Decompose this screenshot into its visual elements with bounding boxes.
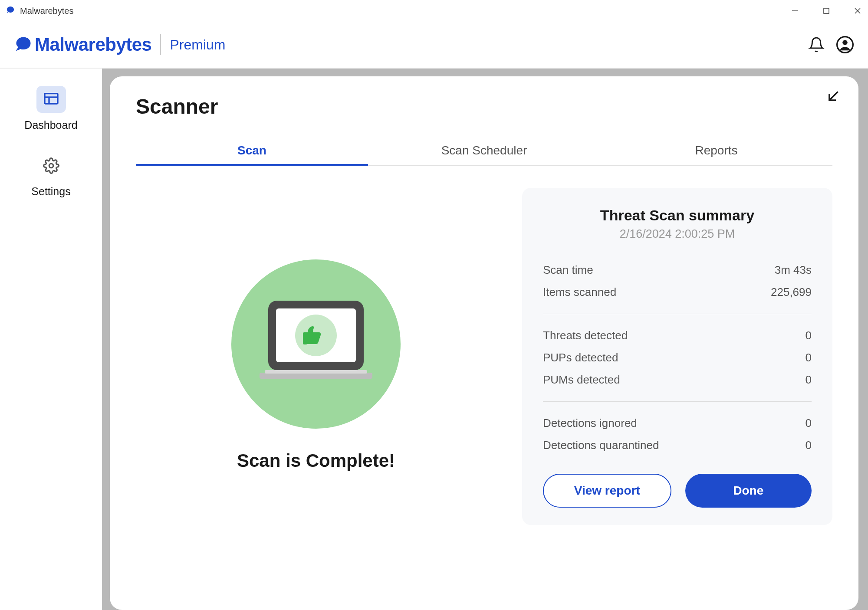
summary-value: 0 bbox=[806, 351, 812, 364]
svg-rect-13 bbox=[260, 373, 372, 379]
summary-section-1: Scan time3m 43sItems scanned225,699 bbox=[543, 259, 812, 303]
sidebar-item-label: Dashboard bbox=[24, 119, 77, 131]
summary-label: Items scanned bbox=[543, 285, 616, 299]
svg-rect-16 bbox=[303, 332, 307, 344]
summary-value: 225,699 bbox=[771, 285, 812, 299]
view-report-button[interactable]: View report bbox=[543, 474, 671, 508]
settings-icon bbox=[36, 152, 66, 179]
svg-rect-1 bbox=[824, 8, 829, 13]
summary-label: Scan time bbox=[543, 263, 593, 277]
collapse-button[interactable] bbox=[825, 89, 841, 106]
window-title: Malwarebytes bbox=[20, 6, 73, 16]
brand-icon bbox=[14, 35, 33, 54]
button-label: Done bbox=[733, 484, 763, 498]
summary-row: PUPs detected0 bbox=[543, 347, 812, 369]
summary-value: 0 bbox=[806, 439, 812, 452]
tab-scan[interactable]: Scan bbox=[136, 136, 368, 165]
scan-visual: Scan is Complete! bbox=[136, 188, 496, 525]
sidebar-item-label: Settings bbox=[31, 185, 70, 198]
summary-label: Detections quarantined bbox=[543, 439, 659, 452]
header: Malwarebytes Premium bbox=[0, 22, 868, 69]
sidebar-item-dashboard[interactable]: Dashboard bbox=[0, 86, 102, 131]
dashboard-icon bbox=[36, 86, 66, 113]
titlebar: Malwarebytes bbox=[0, 0, 868, 22]
summary-buttons: View report Done bbox=[543, 474, 812, 508]
summary-row: PUMs detected0 bbox=[543, 369, 812, 391]
summary-row: Threats detected0 bbox=[543, 325, 812, 347]
button-label: View report bbox=[574, 484, 640, 498]
content-wrap: Scanner Scan Scan Scheduler Reports bbox=[102, 69, 868, 610]
tab-reports[interactable]: Reports bbox=[600, 136, 832, 165]
sidebar-item-settings[interactable]: Settings bbox=[0, 152, 102, 198]
done-button[interactable]: Done bbox=[685, 474, 812, 508]
maximize-button[interactable] bbox=[821, 6, 832, 16]
tab-label: Scan Scheduler bbox=[441, 144, 527, 157]
summary-value: 3m 43s bbox=[775, 263, 812, 277]
minimize-button[interactable] bbox=[790, 6, 800, 16]
summary-value: 0 bbox=[806, 417, 812, 430]
account-button[interactable] bbox=[836, 36, 854, 54]
summary-row: Scan time3m 43s bbox=[543, 259, 812, 281]
summary-section-3: Detections ignored0Detections quarantine… bbox=[543, 412, 812, 456]
main: Dashboard Settings Scanner Scan Scan Sch… bbox=[0, 69, 868, 610]
summary-title: Threat Scan summary bbox=[543, 207, 812, 224]
brand-suffix: Premium bbox=[170, 37, 225, 53]
svg-point-9 bbox=[49, 164, 53, 168]
panel: Scanner Scan Scan Scheduler Reports bbox=[110, 76, 858, 610]
summary-label: Threats detected bbox=[543, 329, 628, 342]
summary-label: PUMs detected bbox=[543, 373, 620, 387]
app-icon bbox=[5, 6, 16, 16]
summary-row: Items scanned225,699 bbox=[543, 281, 812, 303]
svg-rect-14 bbox=[265, 370, 367, 374]
tabs: Scan Scan Scheduler Reports bbox=[136, 136, 832, 166]
summary-value: 0 bbox=[806, 329, 812, 342]
divider bbox=[543, 401, 812, 402]
page-title: Scanner bbox=[136, 95, 832, 118]
svg-line-10 bbox=[829, 92, 838, 101]
svg-point-5 bbox=[842, 40, 848, 45]
tab-label: Reports bbox=[695, 144, 737, 157]
divider bbox=[543, 314, 812, 314]
summary-value: 0 bbox=[806, 373, 812, 387]
notifications-button[interactable] bbox=[807, 36, 825, 54]
summary-label: PUPs detected bbox=[543, 351, 618, 364]
brand-logo: Malwarebytes bbox=[14, 34, 151, 55]
titlebar-left: Malwarebytes bbox=[5, 6, 73, 16]
tab-scan-scheduler[interactable]: Scan Scheduler bbox=[368, 136, 600, 165]
summary-row: Detections quarantined0 bbox=[543, 434, 812, 456]
header-actions bbox=[807, 36, 854, 54]
brand-divider bbox=[160, 34, 161, 55]
summary-label: Detections ignored bbox=[543, 417, 637, 430]
content-grid: Scan is Complete! Threat Scan summary 2/… bbox=[136, 188, 832, 525]
scan-status: Scan is Complete! bbox=[237, 450, 395, 471]
sidebar: Dashboard Settings bbox=[0, 69, 102, 610]
close-button[interactable] bbox=[852, 6, 863, 16]
tab-label: Scan bbox=[237, 144, 266, 157]
window-controls bbox=[790, 6, 863, 16]
svg-rect-6 bbox=[45, 94, 58, 104]
scan-complete-icon bbox=[231, 259, 401, 429]
summary-date: 2/16/2024 2:00:25 PM bbox=[543, 227, 812, 241]
brand: Malwarebytes Premium bbox=[14, 34, 225, 55]
summary-section-2: Threats detected0PUPs detected0PUMs dete… bbox=[543, 325, 812, 391]
summary-card: Threat Scan summary 2/16/2024 2:00:25 PM… bbox=[522, 188, 832, 525]
summary-row: Detections ignored0 bbox=[543, 412, 812, 434]
